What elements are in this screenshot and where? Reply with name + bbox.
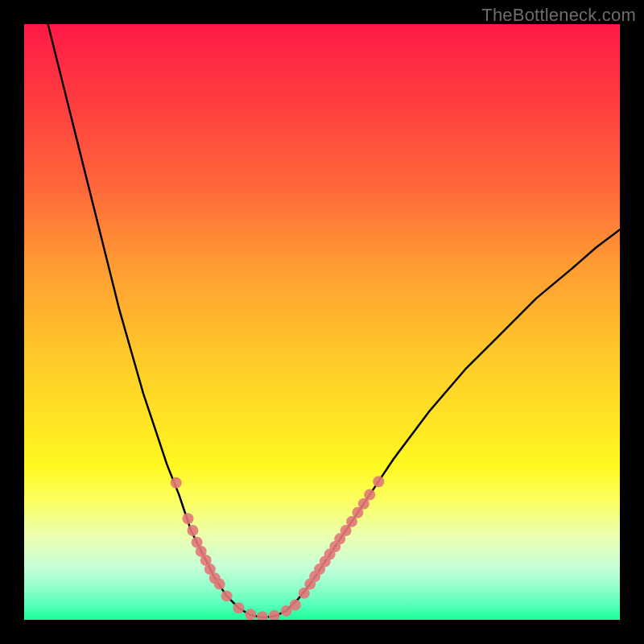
- curve-svg: [24, 24, 620, 620]
- data-dot: [233, 602, 244, 613]
- watermark-label: TheBottleneck.com: [481, 5, 636, 26]
- data-dot: [200, 555, 212, 566]
- data-dot: [204, 564, 216, 575]
- data-dot: [257, 611, 268, 620]
- data-dot: [214, 579, 225, 590]
- data-dot: [346, 516, 357, 527]
- data-dot: [358, 498, 369, 510]
- data-dot: [209, 572, 221, 584]
- data-dot: [373, 476, 384, 487]
- curve-group: [48, 24, 620, 617]
- data-dot: [171, 477, 182, 489]
- data-dot: [309, 571, 320, 582]
- data-dot: [324, 549, 336, 560]
- chart-frame: TheBottleneck.com: [0, 0, 644, 644]
- data-dot: [269, 610, 280, 620]
- plot-area: [24, 24, 620, 620]
- data-dot: [314, 564, 325, 575]
- data-dot: [320, 555, 331, 567]
- data-dot: [334, 533, 345, 544]
- data-dot: [281, 605, 292, 617]
- data-dot: [187, 525, 198, 536]
- data-dot: [329, 541, 341, 552]
- data-dot: [364, 489, 375, 501]
- data-dot: [196, 546, 207, 557]
- data-dot: [183, 513, 194, 524]
- data-dot: [299, 588, 310, 599]
- data-dot: [341, 525, 352, 536]
- data-dot: [290, 600, 301, 611]
- data-dot: [304, 579, 316, 590]
- data-dot: [192, 537, 203, 548]
- curve-path: [48, 24, 620, 617]
- data-dot: [245, 609, 256, 620]
- dot-group: [171, 476, 385, 620]
- data-dot: [352, 507, 363, 518]
- data-dot: [221, 590, 233, 601]
